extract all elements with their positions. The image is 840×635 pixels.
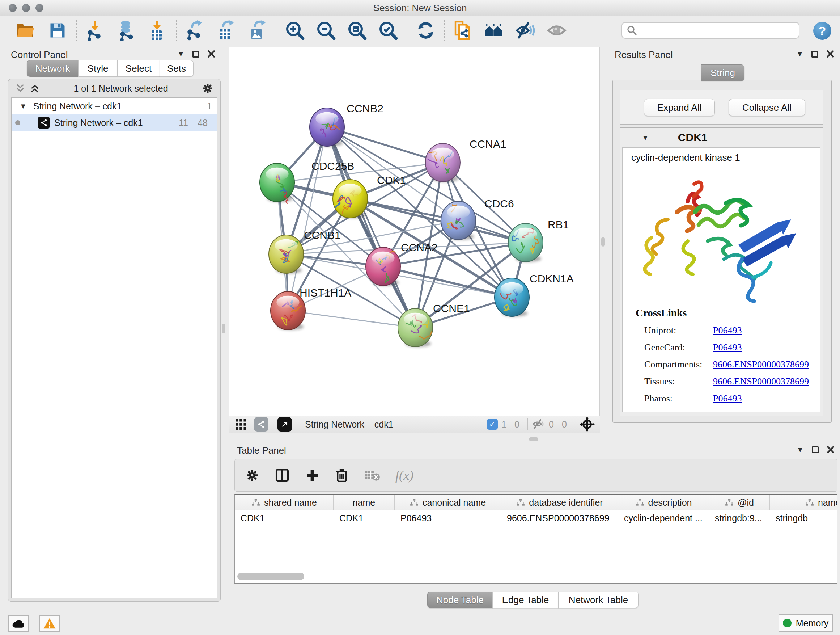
cloud-status-button[interactable] (8, 615, 29, 632)
network-node-CCNB2[interactable] (309, 108, 344, 147)
clone-network-button[interactable] (448, 19, 479, 42)
zoom-selected-button[interactable] (373, 19, 404, 42)
tab-network[interactable]: Network (27, 60, 79, 77)
expand-all-button[interactable]: Expand All (644, 99, 715, 116)
column-header-description[interactable]: description (618, 495, 709, 510)
import-network-from-file-button[interactable] (80, 19, 111, 42)
warning-icon (43, 618, 56, 629)
network-node-CCNB1[interactable] (269, 235, 303, 274)
import-network-from-database-button[interactable] (111, 19, 142, 42)
cdk1-section-header[interactable]: ▼ CDK1 (620, 128, 823, 147)
table-settings-gear-icon[interactable] (245, 468, 259, 483)
float-panel-icon[interactable] (812, 51, 818, 57)
save-session-button[interactable] (42, 19, 73, 42)
open-view-icon[interactable] (278, 417, 292, 432)
splitter-handle[interactable] (222, 324, 225, 333)
network-node-CCNA1[interactable] (425, 143, 460, 182)
splitter-handle[interactable] (601, 237, 605, 247)
network-node-RB1[interactable] (508, 223, 543, 262)
column-header-database-identifier[interactable]: database identifier (501, 495, 618, 510)
column-header--id[interactable]: @id (709, 495, 770, 510)
close-panel-icon[interactable] (826, 50, 834, 58)
fit-selected-crosshair-icon[interactable] (579, 417, 595, 432)
network-node-CCNA2[interactable] (366, 247, 401, 286)
column-header-namespace[interactable]: namespace (770, 495, 837, 510)
tab-select[interactable]: Select (117, 60, 160, 77)
column-header-label: canonical name (423, 497, 486, 508)
section-collapse-icon[interactable]: ▼ (642, 134, 649, 141)
show-column-panel-icon[interactable] (275, 468, 290, 483)
search-input[interactable] (638, 25, 789, 36)
network-overview-button[interactable] (479, 19, 510, 42)
tab-network-table[interactable]: Network Table (558, 592, 638, 608)
close-panel-icon[interactable] (827, 446, 835, 454)
network-canvas[interactable]: CCNB2CCNA1CDC25BCDK1CDC6RB1CCNB1CCNA2CDK… (229, 47, 600, 416)
tab-node-table[interactable]: Node Table (427, 592, 493, 608)
help-button[interactable]: ? (813, 22, 831, 40)
export-table-button[interactable] (210, 19, 242, 42)
crosslink-value-link[interactable]: 9606.ENSP00000378699 (713, 359, 809, 370)
column-header-name[interactable]: name (333, 495, 395, 510)
crosslink-value-link[interactable]: 9606.ENSP00000378699 (713, 376, 809, 387)
column-header-shared-name[interactable]: shared name (235, 495, 333, 510)
network-edge[interactable] (327, 127, 443, 163)
delete-column-trash-icon[interactable] (335, 468, 349, 483)
collapse-all-button[interactable]: Collapse All (729, 99, 805, 116)
memory-button[interactable]: Memory (778, 614, 833, 632)
network-row[interactable]: String Network – cdk1 11 48 (11, 114, 217, 131)
create-column-plus-icon[interactable] (305, 468, 319, 483)
zoom-fit-button[interactable] (341, 19, 373, 42)
zoom-in-button[interactable] (279, 19, 310, 42)
birds-eye-button[interactable] (541, 19, 572, 42)
network-graph[interactable]: CCNB2CCNA1CDC25BCDK1CDC6RB1CCNB1CCNA2CDK… (229, 47, 600, 416)
collection-expand-icon[interactable]: ▼ (19, 103, 27, 110)
delete-table-icon[interactable] (364, 469, 380, 481)
crosslinks-section: CrossLinks Uniprot:P06493GeneCard:P06493… (622, 307, 820, 404)
network-node-CDC6[interactable] (441, 201, 476, 240)
tab-edge-table[interactable]: Edge Table (493, 592, 559, 608)
collapse-all-icon[interactable] (15, 83, 26, 94)
search-field[interactable] (622, 22, 799, 39)
application-window: Session: New Session (0, 0, 840, 635)
warnings-button[interactable] (39, 615, 60, 632)
network-node-CDK1[interactable] (333, 180, 368, 218)
crosslink-value-link[interactable]: P06493 (713, 393, 742, 404)
tab-style[interactable]: Style (78, 60, 118, 77)
panel-menu-icon[interactable]: ▼ (797, 446, 804, 453)
string-view-icon[interactable] (254, 417, 268, 432)
horizontal-scrollbar-thumb[interactable] (237, 573, 304, 580)
function-builder-icon[interactable]: f(x) (395, 468, 414, 483)
network-node-CDC25B[interactable] (260, 163, 294, 203)
table-row[interactable]: CDK1CDK1P064939606.ENSP00000378699cyclin… (235, 510, 837, 526)
expand-all-icon[interactable] (29, 83, 40, 94)
network-edge[interactable] (288, 127, 327, 310)
zoom-out-button[interactable] (310, 19, 341, 42)
splitter-handle[interactable] (529, 437, 538, 441)
close-panel-icon[interactable] (207, 50, 215, 58)
grid-view-icon[interactable] (234, 418, 248, 431)
network-node-CDKN1A[interactable] (494, 278, 529, 317)
export-image-button[interactable] (242, 19, 273, 42)
network-collection-row[interactable]: ▼ String Network – cdk1 1 (11, 98, 217, 114)
gear-icon[interactable] (202, 82, 214, 95)
panel-menu-icon[interactable]: ▼ (796, 50, 804, 57)
table-cell: CDK1 (235, 510, 333, 526)
open-session-button[interactable] (11, 19, 42, 42)
panel-menu-icon[interactable]: ▼ (177, 50, 185, 57)
network-node-CCNE1[interactable] (398, 309, 433, 347)
import-table-from-file-button[interactable] (142, 19, 173, 42)
float-panel-icon[interactable] (812, 447, 819, 453)
network-edge[interactable] (288, 310, 415, 328)
tab-sets[interactable]: Sets (159, 60, 194, 77)
selected-nodes-checkbox[interactable]: ✓ (487, 419, 498, 430)
column-header-canonical-name[interactable]: canonical name (395, 495, 501, 510)
crosslink-value-link[interactable]: P06493 (713, 325, 742, 336)
crosslink-value-link[interactable]: P06493 (713, 342, 742, 353)
apply-layout-button[interactable] (410, 19, 441, 42)
network-edge[interactable] (383, 266, 512, 297)
hidden-eye-slash-icon[interactable] (532, 419, 545, 430)
float-panel-icon[interactable] (193, 51, 199, 57)
export-network-button[interactable] (180, 19, 210, 42)
tab-string[interactable]: String (701, 65, 745, 81)
graphics-details-button[interactable] (510, 19, 541, 42)
